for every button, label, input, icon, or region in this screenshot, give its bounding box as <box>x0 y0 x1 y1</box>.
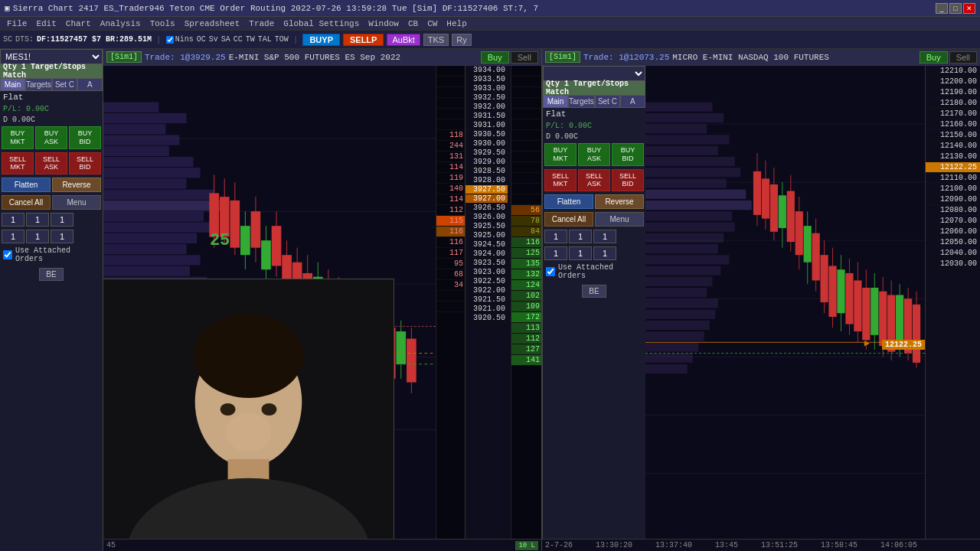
minimize-button[interactable]: _ <box>936 3 948 14</box>
svg-point-3 <box>194 314 304 398</box>
right-sell-bid-btn[interactable]: SELLBID <box>612 169 644 192</box>
right-price-12120[interactable]: 12122.25 <box>926 162 980 173</box>
left-cancel-all-btn[interactable]: Cancel All <box>2 195 51 210</box>
right-time-1: 2-7-26 <box>545 541 573 549</box>
right-candle-area[interactable]: 12122.25 ▶ <box>645 66 925 539</box>
price-3923-50: 3923.50 <box>466 259 508 268</box>
right-qty-5[interactable] <box>569 246 592 260</box>
right-price-12040: 12040.00 <box>926 248 980 259</box>
price-3921: 3921.00 <box>466 305 508 314</box>
price-3933-50: 3933.50 <box>466 75 508 84</box>
left-be-btn[interactable]: BE <box>39 268 63 281</box>
menu-file[interactable]: File <box>3 18 31 29</box>
price-3927-50[interactable]: 3927.50 <box>466 185 508 194</box>
right-qty-4[interactable] <box>544 246 567 260</box>
tks-button[interactable]: TKS <box>423 34 449 46</box>
left-buy-mkt-btn[interactable]: BUYMKT <box>2 126 34 149</box>
right-attach-checkbox[interactable] <box>546 267 555 276</box>
sv-check[interactable]: Sv <box>209 35 218 44</box>
left-buy-tab[interactable]: Buy <box>481 51 509 64</box>
left-symbol-select[interactable]: MES1! <box>0 49 103 64</box>
left-menu-btn[interactable]: Menu <box>52 195 101 210</box>
left-qty-6[interactable] <box>51 230 74 243</box>
left-tab-targets[interactable]: Targets <box>25 78 52 91</box>
oc-check[interactable]: OC <box>197 35 206 44</box>
right-sell-tab[interactable]: Sell <box>949 51 977 64</box>
tw-check[interactable]: TW <box>246 35 255 44</box>
tow-check[interactable]: TOW <box>275 35 289 44</box>
menu-chart[interactable]: Chart <box>62 18 95 29</box>
svg-rect-119 <box>770 184 778 232</box>
nins-check[interactable]: Nins <box>166 35 194 44</box>
right-sell-mkt-btn[interactable]: SELLMKT <box>544 169 577 192</box>
left-sell-ask-btn[interactable]: SELLASK <box>35 152 67 175</box>
right-be-btn[interactable]: BE <box>582 285 606 298</box>
right-cancel-all-btn[interactable]: Cancel All <box>544 212 593 227</box>
ry-button[interactable]: Ry <box>452 34 471 46</box>
menu-help[interactable]: Help <box>443 18 470 29</box>
cc-check[interactable]: CC <box>234 35 243 44</box>
right-qty-3[interactable] <box>593 230 616 243</box>
right-qty-1[interactable] <box>544 230 567 243</box>
left-reverse-btn[interactable]: Reverse <box>52 178 101 192</box>
price-3927[interactable]: 3927.00 <box>466 194 508 204</box>
menu-global-settings[interactable]: Global Settings <box>279 18 363 29</box>
nins-checkbox[interactable] <box>166 36 174 44</box>
aubkt-button[interactable]: AuBkt <box>387 34 420 46</box>
left-qty-2[interactable] <box>26 213 49 227</box>
left-candle-area[interactable]: 25 <box>103 66 436 539</box>
sellp-button[interactable]: SELLP <box>343 34 384 46</box>
right-symbol-select[interactable] <box>543 66 645 81</box>
left-attach-checkbox[interactable] <box>3 250 12 259</box>
right-tab-targets[interactable]: Targets <box>568 95 595 108</box>
left-qty-inputs-2 <box>0 228 103 245</box>
menu-window[interactable]: Window <box>364 18 403 29</box>
svg-rect-127 <box>804 226 812 262</box>
left-flatten-btn[interactable]: Flatten <box>2 178 51 192</box>
right-buy-mkt-btn[interactable]: BUYMKT <box>544 143 577 166</box>
left-qty-1[interactable] <box>2 213 24 227</box>
right-flatten-btn[interactable]: Flatten <box>544 194 593 209</box>
right-qty-2[interactable] <box>569 230 592 243</box>
left-qty-3[interactable] <box>51 213 74 227</box>
price-3932-50: 3932.50 <box>466 93 508 103</box>
sa-check[interactable]: SA <box>221 35 230 44</box>
left-tab-set-c[interactable]: Set C <box>52 78 77 91</box>
right-tab-main[interactable]: Main <box>543 95 568 108</box>
window-controls[interactable]: _ □ ✕ <box>936 3 975 14</box>
tal-check[interactable]: TAL <box>258 35 272 44</box>
right-menu-btn[interactable]: Menu <box>595 212 644 227</box>
menu-spreadsheet[interactable]: Spreadsheet <box>181 18 244 29</box>
menu-cw[interactable]: CW <box>423 18 441 29</box>
right-price-axis: 12210.00 12200.00 12190.00 12180.00 1217… <box>925 66 980 539</box>
svg-rect-149 <box>896 295 903 346</box>
svg-rect-26 <box>103 233 197 243</box>
menu-edit[interactable]: Edit <box>32 18 60 29</box>
right-tab-a[interactable]: A <box>620 95 645 108</box>
right-time-axis: 2-7-26 13:30:20 13:37:40 13:45 13:51:25 … <box>542 539 980 551</box>
right-tab-set-c[interactable]: Set C <box>595 95 620 108</box>
right-buy-tab[interactable]: Buy <box>920 51 948 64</box>
menu-cb[interactable]: CB <box>404 18 422 29</box>
left-sell-bid-btn[interactable]: SELLBID <box>69 152 101 175</box>
left-sell-tab[interactable]: Sell <box>511 51 538 64</box>
left-chart-header: [Sim1] Trade: 1@3929.25 E-MINI S&P 500 F… <box>103 49 541 66</box>
left-buy-bid-btn[interactable]: BUYBID <box>69 126 101 149</box>
menu-trade[interactable]: Trade <box>245 18 278 29</box>
menu-analysis[interactable]: Analysis <box>96 18 145 29</box>
right-sell-ask-btn[interactable]: SELLASK <box>578 169 610 192</box>
left-sell-mkt-btn[interactable]: SELLMKT <box>2 152 34 175</box>
right-qty-6[interactable] <box>593 246 616 260</box>
left-qty-5[interactable] <box>26 230 49 243</box>
menu-tools[interactable]: Tools <box>146 18 179 29</box>
buyp-button[interactable]: BUYP <box>302 34 340 46</box>
left-tab-main[interactable]: Main <box>0 78 25 91</box>
left-buy-ask-btn[interactable]: BUYASK <box>35 126 67 149</box>
right-buy-bid-btn[interactable]: BUYBID <box>612 143 644 166</box>
maximize-button[interactable]: □ <box>949 3 962 14</box>
right-reverse-btn[interactable]: Reverse <box>595 194 644 209</box>
right-buy-ask-btn[interactable]: BUYASK <box>578 143 610 166</box>
left-qty-4[interactable] <box>2 230 24 243</box>
close-button[interactable]: ✕ <box>963 3 975 14</box>
left-tab-a[interactable]: A <box>77 78 103 91</box>
